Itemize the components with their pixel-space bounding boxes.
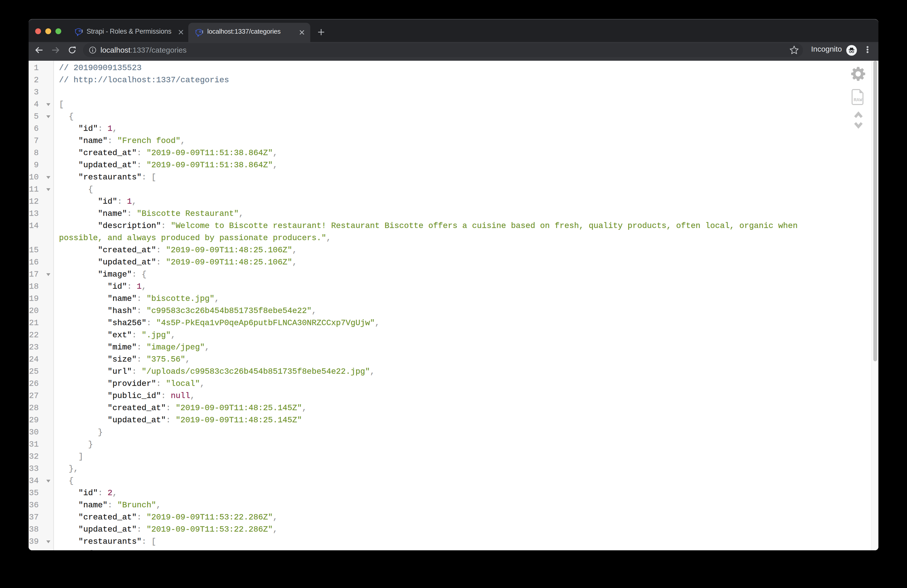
svg-text:RAW: RAW <box>854 97 862 103</box>
